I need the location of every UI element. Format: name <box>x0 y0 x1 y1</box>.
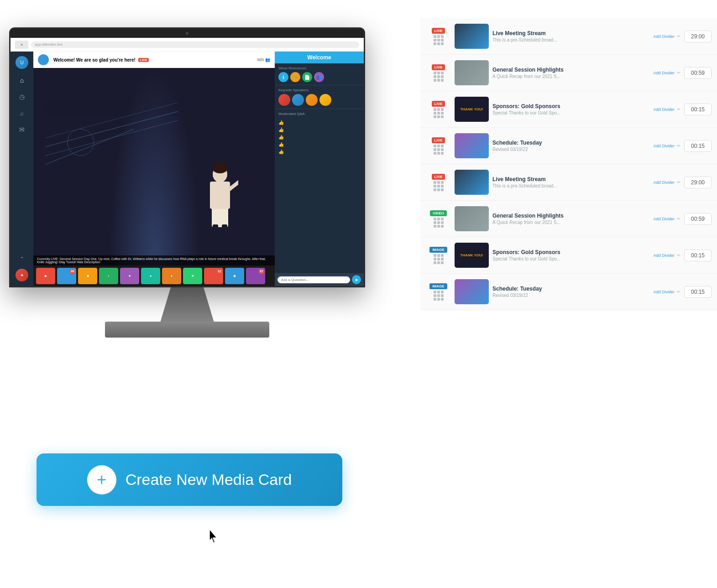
edit-icon-4[interactable]: ✏ <box>677 143 680 148</box>
chat-input-row: ➤ <box>275 273 364 286</box>
card-type-live-1: LIVE <box>426 28 451 45</box>
add-divider-link-6[interactable]: Add Divider <box>653 217 675 221</box>
strip-item-1[interactable]: ▶ <box>36 268 55 284</box>
strip-item-4[interactable]: ▪ <box>99 268 118 284</box>
add-divider-link-4[interactable]: Add Divider <box>653 144 675 148</box>
edit-icon-5[interactable]: ✏ <box>677 180 680 185</box>
speaker-3[interactable] <box>306 94 318 106</box>
card-title-1: Live Meeting Stream <box>492 30 649 36</box>
send-button[interactable]: ➤ <box>352 275 361 284</box>
duration-1: 29:00 <box>684 31 712 42</box>
strip-item-5[interactable]: ★ <box>120 268 139 284</box>
edit-icon-2[interactable]: ✏ <box>677 70 680 75</box>
strip-item-2[interactable]: 86 <box>57 268 76 284</box>
add-divider-link-1[interactable]: Add Divider <box>653 34 675 39</box>
tab-btn[interactable]: × <box>15 41 28 49</box>
card-thumb-1 <box>455 24 489 49</box>
add-divider-link-3[interactable]: Add Divider <box>653 107 675 112</box>
duration-7: 00:15 <box>684 250 712 261</box>
viewer-count: 985 👥 <box>257 57 270 62</box>
camera-dot <box>186 32 188 35</box>
avatar-initial: U <box>20 60 23 65</box>
strip-item-6[interactable]: ● <box>141 268 160 284</box>
strip-item-9[interactable]: 82 <box>204 268 223 284</box>
sidebar-icon-mail[interactable]: ✉ <box>17 125 27 135</box>
strip-item-8[interactable]: ■ <box>183 268 202 284</box>
edit-icon-8[interactable]: ✏ <box>677 289 680 294</box>
add-divider-link-7[interactable]: Add Divider <box>653 253 675 258</box>
video-panel: Welcome! We are so glad you're here! LIV… <box>33 52 275 286</box>
drag-handle-5 <box>434 181 444 191</box>
address-bar[interactable]: app.attendee.live <box>31 42 359 48</box>
card-type-image-7: IMAGE <box>426 247 451 264</box>
card-row-6: VIDEO General Session Highlights A Quick… <box>420 201 717 237</box>
presenter-silhouette <box>202 161 238 252</box>
resource-icon-info[interactable]: ℹ <box>278 72 288 82</box>
card-actions-8[interactable]: Add Divider ✏ <box>653 289 680 294</box>
speakers-section: Keynote Speakers: <box>275 85 364 109</box>
monitor-stand-base <box>105 322 269 338</box>
bg-cards-list: LIVE Live Meeting Stream This is a pre-S… <box>420 18 717 310</box>
drag-handle-7 <box>434 254 444 264</box>
type-badge-8: IMAGE <box>429 283 447 289</box>
add-divider-link-5[interactable]: Add Divider <box>653 180 675 185</box>
resources-label: Show Resources: <box>278 66 360 70</box>
type-badge-6: VIDEO <box>430 210 447 216</box>
card-type-live-5: LIVE <box>426 174 451 191</box>
sidebar-bottom-icon[interactable]: ✦ <box>16 269 28 281</box>
card-actions-7[interactable]: Add Divider ✏ <box>653 253 680 258</box>
card-thumb-4 <box>455 133 489 158</box>
sidebar-icon-home[interactable]: ⌂ <box>17 75 27 85</box>
edit-icon-1[interactable]: ✏ <box>677 34 680 39</box>
card-row-1: LIVE Live Meeting Stream This is a pre-S… <box>420 18 717 55</box>
card-info-6: General Session Highlights A Quick Recap… <box>492 213 649 225</box>
card-desc-8: Revised 03/19/22 <box>492 293 649 298</box>
speaker-1[interactable] <box>278 94 290 106</box>
strip-icon-3: ◆ <box>87 274 89 278</box>
duration-8: 00:15 <box>684 286 712 298</box>
card-actions-5[interactable]: Add Divider ✏ <box>653 180 680 185</box>
resource-icon-doc[interactable]: 📄 <box>302 72 312 82</box>
live-badge: LIVE <box>138 58 149 62</box>
card-actions-3[interactable]: Add Divider ✏ <box>653 107 680 112</box>
qa-item-2: 👍 <box>278 127 360 132</box>
sidebar-icon-search[interactable]: ⌕ <box>17 108 27 118</box>
chat-input[interactable] <box>277 276 350 283</box>
speaker-4[interactable] <box>319 94 331 106</box>
svg-point-4 <box>68 129 94 156</box>
qa-item-3: 👍 <box>278 134 360 140</box>
monitor-bezel <box>10 29 364 38</box>
drag-handle-8 <box>434 291 444 301</box>
svg-rect-9 <box>213 224 218 247</box>
card-thumb-7: THANK YOU! <box>455 243 489 268</box>
card-actions-1[interactable]: Add Divider ✏ <box>653 34 680 39</box>
sidebar-chevron-icon[interactable]: ⌃ <box>20 256 24 262</box>
cursor-arrow <box>208 528 220 545</box>
welcome-text: Welcome! We are so glad you're here! <box>53 57 136 62</box>
strip-item-7[interactable]: ♦ <box>162 268 181 284</box>
card-actions-6[interactable]: Add Divider ✏ <box>653 216 680 221</box>
create-new-media-card-button[interactable]: + Create New Media Card <box>37 453 342 506</box>
monitor-container: × app.attendee.live U ⌂ ◷ ⌕ ✉ ⌃ <box>9 27 383 347</box>
card-actions-4[interactable]: Add Divider ✏ <box>653 143 680 148</box>
resource-icon-link[interactable]: 🔗 <box>290 72 300 82</box>
speaker-2[interactable] <box>292 94 304 106</box>
strip-item-3[interactable]: ◆ <box>78 268 97 284</box>
speaker-avatars <box>278 94 360 106</box>
card-type-live-4: LIVE <box>426 137 451 155</box>
resource-icon-people[interactable]: 👥 <box>314 72 324 82</box>
strip-icon-7: ♦ <box>171 274 173 277</box>
sidebar-icon-clock[interactable]: ◷ <box>17 92 27 102</box>
app-topbar: × app.attendee.live <box>10 38 364 52</box>
card-desc-2: A Quick Recap from our 2021 S... <box>492 74 649 79</box>
edit-icon-3[interactable]: ✏ <box>677 107 680 112</box>
sidebar-avatar[interactable]: U <box>16 56 28 69</box>
strip-item-11[interactable]: 97 <box>246 268 265 284</box>
add-divider-link-8[interactable]: Add Divider <box>653 290 675 294</box>
edit-icon-6[interactable]: ✏ <box>677 216 680 221</box>
edit-icon-7[interactable]: ✏ <box>677 253 680 258</box>
add-divider-link-2[interactable]: Add Divider <box>653 71 675 75</box>
card-actions-2[interactable]: Add Divider ✏ <box>653 70 680 75</box>
app-main: U ⌂ ◷ ⌕ ✉ ⌃ ✦ <box>10 52 364 286</box>
strip-item-10[interactable]: ◉ <box>225 268 244 284</box>
